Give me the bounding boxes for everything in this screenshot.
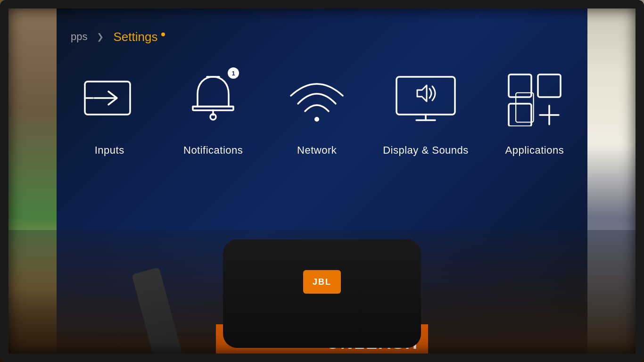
svg-rect-8 [396,77,455,115]
top-navigation: pps ❯ Settings [52,23,592,51]
network-icon-container [284,65,350,131]
input-arrow-icon [81,74,138,122]
notifications-icon-container: 1 [180,65,246,131]
nav-settings[interactable]: Settings [113,30,165,44]
inputs-label: Inputs [95,144,124,156]
jbl-speaker: JBL [223,239,421,348]
svg-rect-13 [538,74,561,97]
jbl-logo: JBL [303,270,341,294]
nav-apps[interactable]: pps [71,31,87,43]
display-sounds-icon-container [393,65,459,131]
settings-grid: Inputs 1 [52,65,592,156]
settings-notification-dot [161,33,165,36]
display-sounds-label: Display & Sounds [383,144,469,156]
tv-frame: pps ❯ Settings [0,0,644,362]
applications-label: Applications [505,144,564,156]
display-sound-icon [393,72,459,124]
wifi-icon [286,70,347,126]
settings-item-inputs[interactable]: Inputs [72,65,147,156]
nav-arrow-icon: ❯ [97,32,104,42]
notification-badge: 1 [228,67,239,79]
right-wall [587,0,644,362]
settings-item-network[interactable]: Network [279,65,355,156]
svg-marker-11 [417,85,427,101]
partial-icon [514,79,538,136]
settings-label: Settings [113,30,157,44]
svg-rect-17 [516,93,534,123]
partial-right-item [514,79,538,138]
inputs-icon-container [76,65,142,131]
svg-point-7 [314,117,319,122]
network-label: Network [297,144,337,156]
notifications-label: Notifications [183,144,243,156]
settings-item-display-sounds[interactable]: Display & Sounds [383,65,469,156]
settings-item-notifications[interactable]: 1 Notifications [175,65,251,156]
left-wall [0,0,57,362]
